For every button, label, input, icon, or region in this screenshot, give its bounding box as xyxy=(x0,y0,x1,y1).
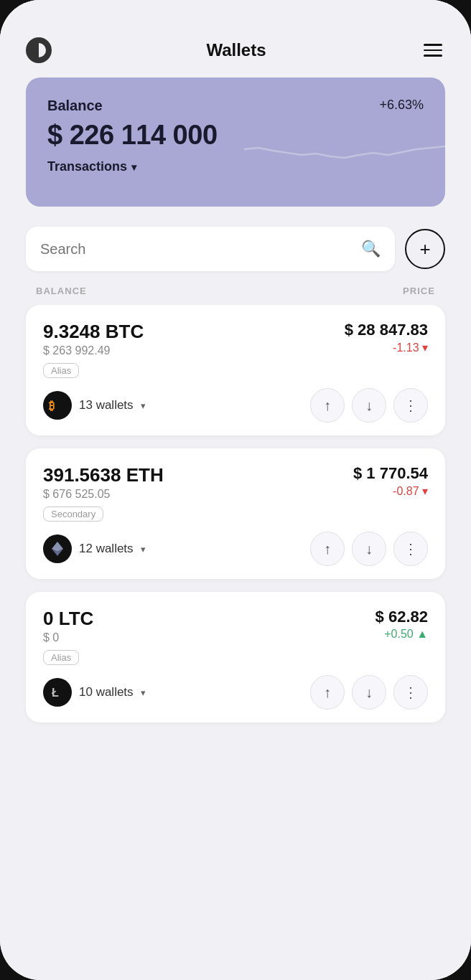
ltc-icon: Ł xyxy=(43,678,72,707)
btc-price: $ 28 847.83 xyxy=(345,321,428,339)
transactions-label: Transactions xyxy=(47,159,127,174)
ltc-icon-wallets: Ł 10 wallets ▾ xyxy=(43,678,146,707)
btc-bottom: ₿ 13 wallets ▾ ↑ ↓ ⋮ xyxy=(43,388,428,423)
eth-right: $ 1 770.54 -0.87 ▾ xyxy=(353,464,428,498)
menu-line-3 xyxy=(424,55,442,57)
search-icon: 🔍 xyxy=(361,240,381,258)
eth-price: $ 1 770.54 xyxy=(353,464,428,483)
crypto-list: 9.3248 BTC $ 263 992.49 Alias $ 28 847.8… xyxy=(0,305,471,951)
ltc-top: 0 LTC $ 0 Alias $ 62.82 +0.50 ▲ xyxy=(43,608,428,665)
ltc-left: 0 LTC $ 0 Alias xyxy=(43,608,93,665)
eth-change: -0.87 ▾ xyxy=(353,484,428,498)
svg-text:₿: ₿ xyxy=(49,400,55,412)
eth-icon-wallets: 12 wallets ▾ xyxy=(43,534,146,563)
ltc-alias-tag: Alias xyxy=(43,650,79,665)
phone-shell: Wallets Balance +6.63% $ 226 114 000 Tra… xyxy=(0,0,471,980)
balance-percent: +6.63% xyxy=(379,98,424,113)
eth-top: 391.5638 ETH $ 676 525.05 Secondary $ 1 … xyxy=(43,464,428,522)
ltc-more-button[interactable]: ⋮ xyxy=(393,675,428,710)
eth-wallets-chevron: ▾ xyxy=(141,544,146,555)
page-title: Wallets xyxy=(206,40,266,60)
ltc-receive-button[interactable]: ↓ xyxy=(352,675,386,710)
ltc-price: $ 62.82 xyxy=(376,608,428,626)
app-logo xyxy=(26,37,52,63)
ltc-bottom: Ł 10 wallets ▾ ↑ ↓ ⋮ xyxy=(43,675,428,710)
menu-line-1 xyxy=(424,44,442,46)
crypto-card-btc: 9.3248 BTC $ 263 992.49 Alias $ 28 847.8… xyxy=(26,305,445,435)
eth-left: 391.5638 ETH $ 676 525.05 Secondary xyxy=(43,464,164,522)
btc-icon: ₿ xyxy=(43,391,72,420)
btc-amount: 9.3248 BTC xyxy=(43,321,144,343)
btc-send-button[interactable]: ↑ xyxy=(310,388,345,423)
ltc-action-buttons: ↑ ↓ ⋮ xyxy=(310,675,428,710)
add-wallet-button[interactable]: + xyxy=(405,229,445,269)
menu-button[interactable] xyxy=(421,41,445,60)
eth-amount: 391.5638 ETH xyxy=(43,464,164,486)
balance-card: Balance +6.63% $ 226 114 000 Transaction… xyxy=(26,77,445,207)
search-wrapper: 🔍 xyxy=(26,227,395,271)
chevron-down-icon: ▾ xyxy=(131,161,136,173)
ltc-change: +0.50 ▲ xyxy=(376,628,428,641)
balance-column-header: BALANCE xyxy=(36,286,87,296)
transactions-button[interactable]: Transactions ▾ xyxy=(47,159,424,174)
svg-text:Ł: Ł xyxy=(52,687,59,699)
eth-send-button[interactable]: ↑ xyxy=(310,532,345,566)
eth-wallets-count: 12 wallets xyxy=(79,542,134,556)
eth-receive-button[interactable]: ↓ xyxy=(352,532,386,566)
balance-label: Balance xyxy=(47,98,103,114)
btc-more-button[interactable]: ⋮ xyxy=(393,388,428,423)
btc-action-buttons: ↑ ↓ ⋮ xyxy=(310,388,428,423)
btc-icon-wallets: ₿ 13 wallets ▾ xyxy=(43,391,146,420)
btc-alias-tag: Alias xyxy=(43,363,79,378)
eth-bottom: 12 wallets ▾ ↑ ↓ ⋮ xyxy=(43,532,428,566)
eth-icon xyxy=(43,534,72,563)
bottom-spacer xyxy=(0,951,471,980)
column-headers: BALANCE PRICE xyxy=(0,286,471,305)
eth-usd: $ 676 525.05 xyxy=(43,488,164,501)
menu-line-2 xyxy=(424,50,442,52)
header: Wallets xyxy=(0,0,471,77)
ltc-amount: 0 LTC xyxy=(43,608,93,630)
ltc-wallets-chevron: ▾ xyxy=(141,687,146,698)
btc-top: 9.3248 BTC $ 263 992.49 Alias $ 28 847.8… xyxy=(43,321,428,378)
btc-wallets-count: 13 wallets xyxy=(79,398,134,413)
search-input[interactable] xyxy=(40,241,354,258)
search-section: 🔍 + xyxy=(0,227,471,286)
ltc-wallets-count: 10 wallets xyxy=(79,685,134,699)
crypto-card-ltc: 0 LTC $ 0 Alias $ 62.82 +0.50 ▲ Ł xyxy=(26,592,445,722)
app-container: Wallets Balance +6.63% $ 226 114 000 Tra… xyxy=(0,0,471,980)
crypto-card-eth: 391.5638 ETH $ 676 525.05 Secondary $ 1 … xyxy=(26,448,445,579)
btc-change: -1.13 ▾ xyxy=(345,341,428,354)
ltc-right: $ 62.82 +0.50 ▲ xyxy=(376,608,428,641)
eth-alias-tag: Secondary xyxy=(43,507,103,522)
btc-left: 9.3248 BTC $ 263 992.49 Alias xyxy=(43,321,144,378)
eth-more-button[interactable]: ⋮ xyxy=(393,532,428,566)
btc-wallets-chevron: ▾ xyxy=(141,400,146,411)
ltc-usd: $ 0 xyxy=(43,631,93,644)
eth-action-buttons: ↑ ↓ ⋮ xyxy=(310,532,428,566)
btc-usd: $ 263 992.49 xyxy=(43,344,144,357)
ltc-send-button[interactable]: ↑ xyxy=(310,675,345,710)
btc-receive-button[interactable]: ↓ xyxy=(352,388,386,423)
btc-right: $ 28 847.83 -1.13 ▾ xyxy=(345,321,428,354)
balance-top: Balance +6.63% xyxy=(47,98,424,114)
price-column-header: PRICE xyxy=(403,286,435,296)
